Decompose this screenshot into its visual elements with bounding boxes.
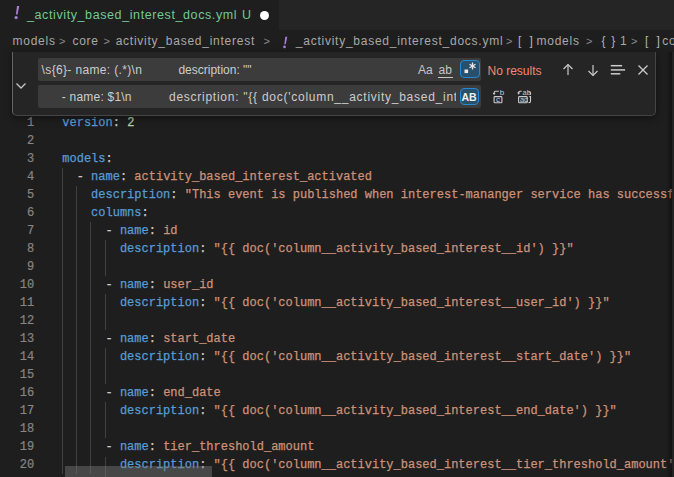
svg-text:b: b: [500, 88, 505, 97]
svg-text:c: c: [496, 94, 500, 103]
svg-text:ac: ac: [520, 94, 528, 103]
